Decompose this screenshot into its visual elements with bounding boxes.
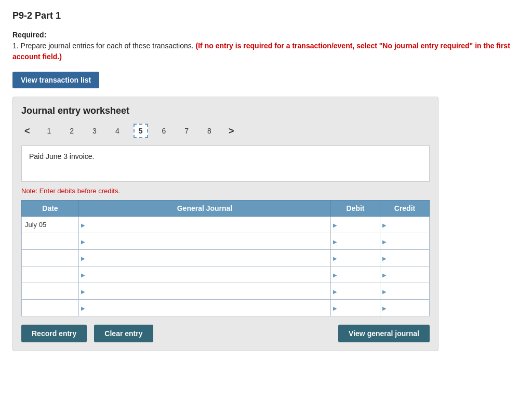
invoice-text: Paid June 3 invoice. xyxy=(29,152,94,161)
clear-entry-button[interactable]: Clear entry xyxy=(94,325,153,342)
bottom-buttons: Record entry Clear entry View general jo… xyxy=(21,325,430,342)
record-entry-button[interactable]: Record entry xyxy=(21,325,87,342)
col-header-general-journal: General Journal xyxy=(79,201,331,217)
cell-journal-3[interactable] xyxy=(79,250,331,266)
table-row xyxy=(22,300,430,316)
required-section: Required: 1. Prepare journal entries for… xyxy=(12,30,520,62)
cell-debit-5[interactable] xyxy=(331,283,380,300)
table-row xyxy=(22,233,430,250)
required-label: Required: xyxy=(12,31,46,39)
cell-date-4[interactable] xyxy=(22,266,79,283)
cell-debit-6[interactable] xyxy=(331,300,380,316)
invoice-description-box: Paid June 3 invoice. xyxy=(21,145,430,182)
instruction-text: 1. Prepare journal entries for each of t… xyxy=(12,42,194,50)
cell-debit-3[interactable] xyxy=(331,250,380,266)
col-header-credit: Credit xyxy=(380,201,430,217)
worksheet-title: Journal entry worksheet xyxy=(21,105,430,116)
cell-date-6[interactable] xyxy=(22,300,79,316)
table-row: July 05 xyxy=(22,217,430,233)
worksheet-container: Journal entry worksheet < 1 2 3 4 5 6 7 … xyxy=(12,97,438,351)
table-row xyxy=(22,250,430,266)
tab-7[interactable]: 7 xyxy=(180,124,193,138)
journal-table: Date General Journal Debit Credit July 0… xyxy=(21,200,430,316)
cell-credit-4[interactable] xyxy=(380,266,430,283)
cell-debit-1[interactable] xyxy=(331,217,380,233)
table-row xyxy=(22,266,430,283)
tab-2[interactable]: 2 xyxy=(65,124,78,138)
cell-journal-1[interactable] xyxy=(79,217,331,233)
col-header-date: Date xyxy=(22,201,79,217)
cell-journal-6[interactable] xyxy=(79,300,331,316)
cell-journal-4[interactable] xyxy=(79,266,331,283)
next-tab-button[interactable]: > xyxy=(225,125,237,138)
col-header-debit: Debit xyxy=(331,201,380,217)
cell-credit-5[interactable] xyxy=(380,283,430,300)
cell-journal-2[interactable] xyxy=(79,233,331,250)
cell-credit-2[interactable] xyxy=(380,233,430,250)
page-title: P9-2 Part 1 xyxy=(12,10,520,21)
cell-date-1[interactable]: July 05 xyxy=(22,217,79,233)
cell-credit-3[interactable] xyxy=(380,250,430,266)
view-general-journal-button[interactable]: View general journal xyxy=(338,325,430,342)
tab-8[interactable]: 8 xyxy=(203,124,216,138)
cell-debit-2[interactable] xyxy=(331,233,380,250)
cell-credit-6[interactable] xyxy=(380,300,430,316)
cell-credit-1[interactable] xyxy=(380,217,430,233)
cell-date-3[interactable] xyxy=(22,250,79,266)
tab-6[interactable]: 6 xyxy=(157,124,171,138)
view-transaction-list-button[interactable]: View transaction list xyxy=(12,72,99,88)
tab-1[interactable]: 1 xyxy=(43,124,56,138)
table-row xyxy=(22,283,430,300)
tab-3[interactable]: 3 xyxy=(88,124,101,138)
prev-tab-button[interactable]: < xyxy=(21,125,33,138)
tab-4[interactable]: 4 xyxy=(111,124,124,138)
cell-date-2[interactable] xyxy=(22,233,79,250)
note-text: Note: Enter debits before credits. xyxy=(21,187,430,195)
cell-journal-5[interactable] xyxy=(79,283,331,300)
cell-date-5[interactable] xyxy=(22,283,79,300)
cell-debit-4[interactable] xyxy=(331,266,380,283)
tab-5[interactable]: 5 xyxy=(134,124,148,138)
tab-navigation: < 1 2 3 4 5 6 7 8 > xyxy=(21,124,430,138)
